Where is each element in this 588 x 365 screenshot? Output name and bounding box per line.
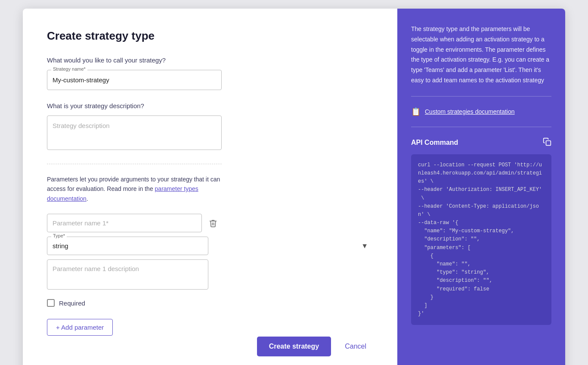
left-panel: Create strategy type What would you like… — [23, 9, 397, 365]
strategy-desc-section-label: What is your strategy description? — [47, 102, 373, 109]
api-command-title: API Command — [411, 139, 458, 147]
custom-strategies-doc-link[interactable]: Custom strategies documentation — [425, 108, 515, 115]
cancel-button[interactable]: Cancel — [338, 337, 373, 356]
right-panel: The strategy type and the parameters wil… — [397, 9, 565, 365]
strategy-desc-group — [47, 115, 373, 152]
page-title: Create strategy type — [47, 29, 373, 43]
type-select[interactable]: string number boolean list json — [47, 237, 208, 255]
strategy-name-group: Strategy name* — [47, 70, 373, 90]
required-label: Required — [59, 299, 85, 307]
param-name-row — [47, 214, 373, 232]
section-divider — [47, 164, 222, 164]
actions-footer: Create strategy Cancel — [257, 337, 373, 356]
params-description: Parameters let you provide arguments to … — [47, 175, 222, 203]
panel-divider-2 — [411, 127, 551, 127]
add-param-label: + Add parameter — [56, 324, 104, 331]
add-param-button[interactable]: + Add parameter — [47, 319, 113, 336]
svg-rect-0 — [546, 140, 551, 145]
type-select-group: Type* string number boolean list json ▼ — [47, 237, 373, 255]
chevron-down-icon: ▼ — [361, 242, 368, 250]
info-text: The strategy type and the parameters wil… — [411, 24, 551, 86]
type-label: Type* — [51, 233, 67, 238]
required-row: Required — [47, 299, 373, 307]
delete-param-button[interactable] — [206, 216, 220, 230]
modal-container: Create strategy type What would you like… — [23, 9, 565, 365]
api-command-header: API Command — [411, 137, 551, 148]
param-name-input[interactable] — [47, 214, 202, 232]
strategy-name-section-label: What would you like to call your strateg… — [47, 56, 373, 64]
strategy-name-label: Strategy name* — [51, 66, 87, 72]
create-strategy-button[interactable]: Create strategy — [257, 337, 331, 356]
strategy-name-input[interactable] — [47, 70, 222, 90]
param-desc-input[interactable] — [47, 259, 208, 290]
panel-divider — [411, 96, 551, 97]
strategy-desc-input[interactable] — [47, 115, 222, 150]
book-icon: 📋 — [411, 107, 421, 116]
required-checkbox[interactable] — [47, 299, 55, 307]
api-code-block: curl --location --request POST 'http://u… — [411, 154, 551, 325]
copy-code-button[interactable] — [543, 137, 551, 148]
param-desc-group — [47, 259, 373, 297]
doc-link-row: 📋 Custom strategies documentation — [411, 107, 551, 116]
